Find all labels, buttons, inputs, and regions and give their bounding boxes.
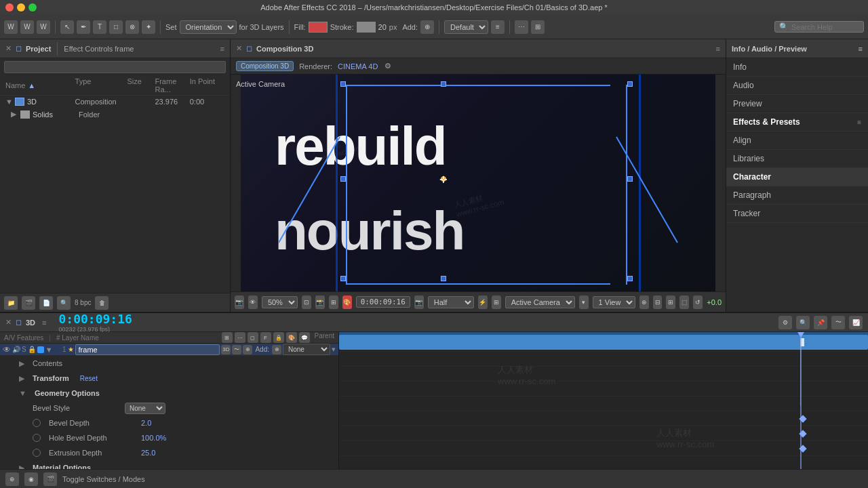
- expand-arrow[interactable]: ▶: [11, 110, 18, 119]
- timeline-menu[interactable]: ≡: [42, 319, 46, 327]
- contents-expand[interactable]: ▶: [19, 359, 24, 368]
- right-panel-menu[interactable]: ≡: [859, 45, 863, 53]
- tool-select[interactable]: ↖: [60, 20, 74, 34]
- expand-arrow[interactable]: ▼: [5, 98, 12, 106]
- col-size[interactable]: Size: [127, 77, 155, 94]
- guides-btn[interactable]: ⊟: [653, 296, 663, 309]
- transparency-btn[interactable]: ⊞: [329, 296, 338, 309]
- handle-ml[interactable]: [340, 176, 346, 182]
- layer-name-input[interactable]: [75, 344, 220, 355]
- close-dot[interactable]: [5, 3, 14, 12]
- handle-tr[interactable]: [627, 81, 633, 87]
- bevel-depth-value[interactable]: 2.0: [141, 419, 151, 427]
- delete-btn[interactable]: 🗑: [95, 296, 108, 310]
- toggle-switches-label[interactable]: Toggle Switches / Modes: [62, 475, 145, 483]
- safe-zones[interactable]: ⬚: [679, 296, 689, 309]
- viewport-timecode[interactable]: 0:00:09:16: [356, 296, 410, 308]
- effects-menu-btn[interactable]: ≡: [857, 119, 861, 126]
- prop-material-options[interactable]: ▶ Material Options: [0, 460, 338, 469]
- col-type[interactable]: Type: [75, 77, 127, 94]
- track-bar-1[interactable]: [339, 335, 868, 350]
- color-picker[interactable]: 🎨: [342, 296, 352, 309]
- stroke-color[interactable]: [357, 22, 376, 33]
- comp-settings-btn[interactable]: ⚙: [778, 316, 792, 329]
- quality-select[interactable]: Half Full Quarter: [428, 296, 474, 308]
- modes-btn[interactable]: ⋯: [235, 332, 245, 343]
- comp-tab-label[interactable]: Composition 3D: [256, 45, 313, 53]
- prop-geometry-options[interactable]: ▼ Geometry Options: [0, 386, 338, 401]
- solo-btn[interactable]: S: [22, 346, 26, 353]
- layer-row[interactable]: 👁 🔊 S 🔒 ▼ 1 ★ 3D: [0, 344, 338, 356]
- layer-props-btn[interactable]: ◉: [24, 472, 38, 486]
- col-name[interactable]: Name ▲: [5, 77, 75, 94]
- tool-puppet[interactable]: ✦: [142, 20, 155, 34]
- handle-tc[interactable]: [441, 81, 446, 87]
- handle-bc[interactable]: [441, 276, 446, 281]
- prop-bevel-depth[interactable]: Bevel Depth 2.0: [0, 415, 338, 430]
- lock-btn[interactable]: 🔒: [28, 346, 36, 353]
- geometry-expand[interactable]: ▼: [19, 389, 26, 397]
- right-panel-paragraph[interactable]: Paragraph: [726, 186, 868, 205]
- handle-tl[interactable]: [340, 81, 346, 87]
- timeline-graph[interactable]: 📈: [849, 316, 863, 329]
- handle-mr[interactable]: [627, 176, 633, 182]
- handle-bl[interactable]: [340, 276, 346, 281]
- material-expand[interactable]: ▶: [19, 464, 24, 470]
- layer-motion-blur[interactable]: 〜: [232, 345, 241, 354]
- layer-effects[interactable]: ⊕: [243, 345, 252, 354]
- transform-expand[interactable]: ▶: [19, 374, 24, 383]
- toolbar-extra[interactable]: ⋯: [515, 20, 528, 34]
- workspace-icon[interactable]: ⊞: [531, 20, 545, 34]
- renderer-value[interactable]: CINEMA 4D: [338, 62, 378, 70]
- list-item[interactable]: ▶ Solids Folder: [0, 108, 230, 121]
- source-btn[interactable]: ◻: [248, 332, 258, 343]
- comp-menu-btn[interactable]: ≡: [716, 45, 720, 53]
- fit-comp[interactable]: ⊡: [302, 296, 311, 309]
- tool-shape[interactable]: □: [109, 20, 123, 34]
- right-panel-preview[interactable]: Preview: [726, 95, 868, 113]
- minimize-dot[interactable]: [17, 3, 25, 12]
- prop-bevel-style[interactable]: Bevel Style None: [0, 401, 338, 415]
- prop-contents[interactable]: ▶ Contents: [0, 356, 338, 371]
- tool-icon-1[interactable]: W: [4, 20, 18, 34]
- comp-close-btn[interactable]: ✕: [236, 44, 242, 53]
- view-options[interactable]: 👁: [248, 296, 258, 309]
- 3d-btn[interactable]: Composition 3D: [236, 61, 294, 71]
- comp-viewport[interactable]: Active Camera: [231, 75, 726, 291]
- toggle-pixel[interactable]: ⊞: [492, 296, 501, 309]
- preview-toggle[interactable]: 📷: [235, 296, 244, 309]
- col-framerate[interactable]: Frame Ra...: [155, 77, 189, 94]
- right-panel-info[interactable]: Info: [726, 58, 868, 77]
- tool-icon-3[interactable]: W: [37, 20, 50, 34]
- new-item-btn[interactable]: 📄: [39, 296, 53, 310]
- extrusion-depth-value[interactable]: 25.0: [141, 449, 155, 457]
- layer-3d-btn[interactable]: 3D: [221, 345, 231, 354]
- render-queue-btn[interactable]: 🎬: [43, 472, 57, 486]
- timeline-motion[interactable]: 〜: [831, 316, 845, 329]
- zoom-select[interactable]: 50%: [262, 296, 298, 308]
- add-btn[interactable]: ⊕: [420, 20, 434, 34]
- list-item[interactable]: ▼ 3D Composition 23.976 0:00: [0, 96, 230, 108]
- default-select[interactable]: Default: [444, 20, 488, 34]
- tool-pen[interactable]: ✒: [77, 20, 90, 34]
- fast-preview[interactable]: ⚡: [478, 296, 488, 309]
- search-input[interactable]: [791, 23, 859, 31]
- new-folder-btn[interactable]: 📁: [4, 296, 18, 310]
- fill-color[interactable]: [309, 22, 328, 33]
- view-layout-select[interactable]: 1 View: [593, 296, 635, 308]
- track-row-1[interactable]: [339, 333, 868, 352]
- orientation-select[interactable]: Orientation: [180, 20, 237, 34]
- project-search-input[interactable]: [4, 61, 226, 73]
- reset-view[interactable]: ↺: [693, 296, 703, 309]
- right-panel-tracker[interactable]: Tracker: [726, 205, 868, 223]
- snapshot-btn[interactable]: 📸: [315, 296, 325, 309]
- color-btn[interactable]: 🎨: [286, 332, 297, 343]
- timeline-markers[interactable]: 📌: [814, 316, 827, 329]
- transform-reset-btn[interactable]: Reset: [80, 375, 98, 382]
- audio-btn[interactable]: 🔊: [12, 346, 20, 353]
- handle-br[interactable]: [627, 276, 633, 281]
- toolbar-menu[interactable]: ≡: [491, 20, 505, 34]
- search-project-btn[interactable]: 🔍: [57, 296, 71, 310]
- right-panel-character[interactable]: Character: [726, 168, 868, 186]
- right-panel-libraries[interactable]: Libraries: [726, 150, 868, 168]
